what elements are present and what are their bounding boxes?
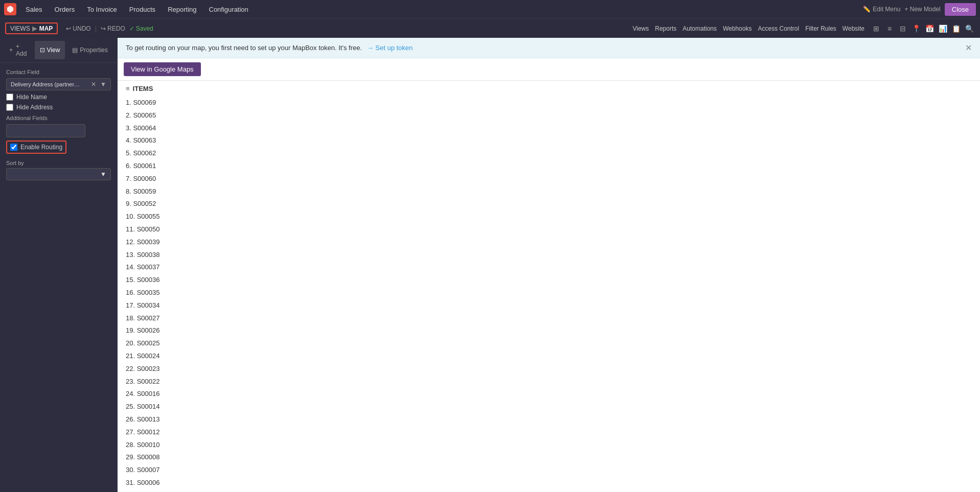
items-title: ITEMS	[133, 85, 153, 92]
hide-address-label: Hide Address	[16, 104, 53, 111]
tab-view[interactable]: ⊡ View	[35, 41, 65, 59]
list-item: 31. S00006	[126, 477, 972, 489]
list-item: 29. S00008	[126, 451, 972, 464]
nav-access-control[interactable]: Access Control	[758, 25, 799, 32]
list-item: 10. S00055	[126, 210, 972, 223]
view-icon: ⊡	[40, 46, 45, 54]
nav-automations[interactable]: Automations	[682, 25, 717, 32]
list-item: 11. S00050	[126, 223, 972, 236]
list-item: 4. S00063	[126, 134, 972, 147]
list-item: 20. S00025	[126, 337, 972, 350]
nav-website[interactable]: Website	[842, 25, 864, 32]
nav-sales[interactable]: Sales	[20, 4, 48, 15]
tab-properties[interactable]: ▤ Properties	[67, 41, 113, 59]
list-item: 5. S00062	[126, 147, 972, 160]
map-pin-icon[interactable]: 📍	[910, 23, 922, 34]
gantt-icon[interactable]: 📋	[950, 23, 962, 34]
undo-button[interactable]: ↩ UNDO	[66, 25, 90, 32]
breadcrumb-views[interactable]: VIEWS	[10, 25, 30, 32]
nav-orders[interactable]: Orders	[50, 4, 80, 15]
edit-menu-button[interactable]: ✏️ Edit Menu	[863, 6, 900, 13]
enable-routing-container: Enable Routing	[6, 140, 66, 154]
items-header: ≡ ITEMS	[126, 85, 972, 92]
list-item: 14. S00037	[126, 261, 972, 274]
sort-by-dropdown[interactable]: ▼	[6, 168, 111, 180]
nav-reports[interactable]: Reports	[655, 25, 676, 32]
list-item: 22. S00023	[126, 363, 972, 376]
additional-fields-input[interactable]	[6, 124, 85, 137]
hide-address-row[interactable]: Hide Address	[6, 104, 111, 111]
clear-contact-field-icon[interactable]: ✕	[91, 81, 96, 88]
breadcrumb-map: MAP	[39, 25, 53, 32]
list-item: 26. S00013	[126, 413, 972, 426]
dropdown-arrow-icon: ▼	[100, 81, 106, 88]
list-item: 17. S00034	[126, 299, 972, 312]
grid-icon[interactable]: ⊞	[871, 23, 882, 34]
top-navigation: Sales Orders To Invoice Products Reporti…	[0, 0, 980, 18]
redo-button[interactable]: ↪ REDO	[101, 25, 125, 32]
top-nav-right: ✏️ Edit Menu + New Model Close	[863, 3, 976, 16]
nav-filter-rules[interactable]: Filter Rules	[805, 25, 836, 32]
nav-configuration[interactable]: Configuration	[204, 4, 254, 15]
list-item: 1. S00069	[126, 97, 972, 109]
banner-text: To get routing on your map, you first ne…	[126, 44, 362, 52]
breadcrumb: VIEWS ▶ MAP	[5, 22, 58, 34]
nav-products[interactable]: Products	[124, 4, 161, 15]
list-item: 18. S00027	[126, 312, 972, 325]
enable-routing-checkbox[interactable]	[10, 144, 17, 151]
view-google-maps-button[interactable]: View in Google Maps	[124, 62, 201, 76]
list-icon[interactable]: ≡	[884, 23, 895, 34]
calendar-icon[interactable]: 📅	[924, 23, 935, 34]
new-model-button[interactable]: + New Model	[904, 6, 940, 13]
additional-fields-label: Additional Fields	[6, 115, 111, 121]
check-icon: ✓	[129, 25, 134, 32]
search-icon[interactable]: 🔍	[964, 23, 975, 34]
list-item: 32. S00004	[126, 489, 972, 492]
breadcrumb-separator: ▶	[32, 25, 37, 32]
chart-icon[interactable]: 📊	[937, 23, 948, 34]
list-item: 19. S00026	[126, 324, 972, 337]
list-item: 16. S00035	[126, 287, 972, 299]
hide-name-checkbox[interactable]	[6, 93, 13, 101]
list-item: 6. S00061	[126, 160, 972, 173]
toolbar-actions: ↩ UNDO | ↪ REDO ✓ Saved	[66, 25, 153, 32]
sort-dropdown-arrow-icon: ▼	[100, 171, 106, 178]
hide-name-row[interactable]: Hide Name	[6, 93, 111, 101]
redo-icon: ↪	[101, 25, 106, 32]
saved-status: ✓ Saved	[129, 25, 153, 32]
nav-to-invoice[interactable]: To Invoice	[82, 4, 122, 15]
routing-banner: To get routing on your map, you first ne…	[118, 38, 980, 58]
close-button[interactable]: Close	[945, 3, 976, 16]
list-item: 3. S00064	[126, 122, 972, 135]
enable-routing-label: Enable Routing	[20, 144, 62, 151]
kanban-icon[interactable]: ⊟	[897, 23, 908, 34]
banner-text-area: To get routing on your map, you first ne…	[126, 44, 413, 52]
secondary-toolbar: VIEWS ▶ MAP ↩ UNDO | ↪ REDO ✓ Saved View…	[0, 18, 980, 38]
list-item: 30. S00007	[126, 464, 972, 477]
list-item: 21. S00024	[126, 350, 972, 363]
sidebar-content: Contact Field Delivery Address (partner_…	[0, 63, 117, 492]
contact-field-label: Contact Field	[6, 69, 111, 75]
contact-field-dropdown[interactable]: Delivery Address (partner_shipping... ✕ …	[6, 78, 111, 90]
banner-close-button[interactable]: ✕	[965, 43, 972, 53]
setup-token-link[interactable]: → Set up token	[367, 44, 413, 52]
hide-address-checkbox[interactable]	[6, 104, 13, 111]
toolbar-right: Views Reports Automations Webhooks Acces…	[632, 23, 975, 34]
pencil-icon: ✏️	[863, 6, 871, 13]
list-item: 8. S00059	[126, 185, 972, 198]
items-container: ≡ ITEMS 1. S000692. S000653. S000644. S0…	[118, 81, 980, 492]
list-item: 24. S00016	[126, 388, 972, 401]
items-list-icon: ≡	[126, 85, 130, 92]
sort-by-label: Sort by	[6, 160, 111, 166]
sidebar: + + Add ⊡ View ▤ Properties Contact Fiel…	[0, 38, 118, 492]
nav-webhooks[interactable]: Webhooks	[723, 25, 751, 32]
plus-icon: +	[9, 46, 13, 54]
main-content: To get routing on your map, you first ne…	[118, 38, 980, 492]
nav-reporting[interactable]: Reporting	[163, 4, 201, 15]
nav-views[interactable]: Views	[632, 25, 649, 32]
tab-add[interactable]: + + Add	[4, 41, 33, 59]
additional-fields-section: Additional Fields	[6, 115, 111, 137]
hide-name-label: Hide Name	[16, 93, 47, 101]
view-icons: ⊞ ≡ ⊟ 📍 📅 📊 📋 🔍	[871, 23, 975, 34]
list-item: 9. S00052	[126, 198, 972, 210]
